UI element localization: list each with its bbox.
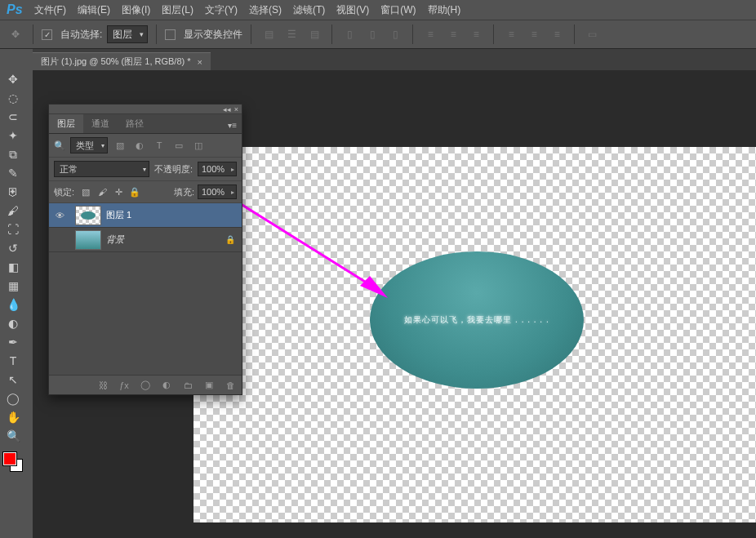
blend-mode-select[interactable]: 正常 (54, 161, 149, 177)
layer-thumb-bg[interactable] (75, 230, 101, 250)
shape-tool[interactable]: ◯ (2, 389, 24, 407)
layer-thumb-1[interactable] (75, 206, 101, 225)
dist-bottom-icon[interactable]: ≡ (467, 25, 485, 43)
filter-smart-icon[interactable]: ◫ (191, 138, 206, 153)
align-top-icon[interactable]: ▤ (260, 25, 278, 43)
zoom-tool[interactable]: 🔍 (2, 427, 24, 445)
layer-name-bg[interactable]: 背景 (106, 233, 124, 246)
menu-help[interactable]: 帮助(H) (428, 3, 461, 17)
crop-tool[interactable]: ⧉ (2, 145, 24, 163)
dodge-tool[interactable]: ◐ (2, 314, 24, 332)
layers-panel[interactable]: ◂◂ × 图层 通道 路径 ▾≡ 🔍 类型 ▧ ◐ T ▭ ◫ 正常 不透明度:… (48, 104, 242, 395)
marquee-tool[interactable]: ◌ (2, 89, 24, 107)
blur-tool[interactable]: 💧 (2, 296, 24, 313)
panel-tabs: 图层 通道 路径 ▾≡ (49, 114, 242, 134)
layer-fx-icon[interactable]: ƒx (118, 380, 131, 390)
menu-filter[interactable]: 滤镜(T) (293, 3, 325, 17)
menu-edit[interactable]: 编辑(E) (78, 3, 110, 17)
adjustment-layer-icon[interactable]: ◐ (160, 380, 173, 390)
current-tool-icon[interactable]: ✥ (7, 25, 24, 43)
dist-vcenter-icon[interactable]: ≡ (444, 25, 462, 43)
close-tab-icon[interactable]: × (198, 57, 202, 67)
path-select-tool[interactable]: ↖ (2, 371, 24, 389)
auto-select-target-select[interactable]: 图层 (107, 25, 148, 43)
layer-row-1[interactable]: 👁 图层 1 (49, 203, 242, 228)
layers-empty-area[interactable] (49, 252, 242, 375)
opacity-input[interactable]: 100% (198, 162, 237, 176)
menu-type[interactable]: 文字(Y) (205, 3, 238, 17)
lasso-tool[interactable]: ⊂ (2, 108, 24, 126)
lock-label: 锁定: (54, 186, 74, 198)
align-hcenter-icon[interactable]: ▯ (363, 25, 381, 43)
pen-tool[interactable]: ✒ (2, 333, 24, 351)
document-canvas[interactable]: 如果心可以飞，我要去哪里 . . . . . . (193, 147, 756, 522)
stamp-tool[interactable]: ⛶ (2, 220, 24, 238)
delete-layer-icon[interactable]: 🗑 (224, 380, 237, 390)
fill-input[interactable]: 100% (198, 185, 237, 199)
oval-text: 如果心可以飞，我要去哪里 . . . . . . (404, 314, 549, 326)
tab-paths[interactable]: 路径 (118, 114, 152, 133)
filter-adjust-icon[interactable]: ◐ (132, 138, 147, 153)
tab-layers[interactable]: 图层 (49, 114, 83, 133)
panel-grip[interactable]: ◂◂ × (49, 104, 242, 114)
new-group-icon[interactable]: 🗀 (181, 380, 194, 390)
show-transform-checkbox[interactable] (165, 29, 176, 40)
foreground-color-swatch[interactable] (3, 452, 16, 465)
menu-layer[interactable]: 图层(L) (162, 3, 193, 17)
move-tool[interactable]: ✥ (2, 70, 24, 88)
lock-trans-icon[interactable]: ▧ (79, 185, 92, 198)
lock-icon: 🔒 (225, 235, 235, 244)
align-vmid-icon[interactable]: ☰ (282, 25, 300, 43)
eraser-tool[interactable]: ◧ (2, 258, 24, 276)
new-layer-icon[interactable]: ▣ (202, 380, 216, 390)
menu-image[interactable]: 图像(I) (122, 3, 150, 17)
lock-paint-icon[interactable]: 🖌 (96, 185, 109, 198)
menu-file[interactable]: 文件(F) (34, 3, 66, 17)
panel-menu-icon[interactable]: ▾≡ (223, 118, 242, 133)
align-right-icon[interactable]: ▯ (386, 25, 404, 43)
patch-tool[interactable]: ⛨ (2, 183, 24, 201)
filter-kind-select[interactable]: 类型 (70, 137, 108, 153)
document-tab[interactable]: 图片 (1).jpg @ 50% (图层 1, RGB/8) * × (33, 52, 211, 70)
menu-window[interactable]: 窗口(W) (380, 3, 416, 17)
blend-opacity-row: 正常 不透明度: 100% (49, 158, 242, 181)
filter-pixel-icon[interactable]: ▧ (113, 138, 127, 153)
auto-select-checkbox[interactable]: ✓ (42, 29, 52, 40)
ps-logo: Ps (7, 2, 23, 17)
lock-pos-icon[interactable]: ✛ (112, 185, 125, 198)
close-panel-icon[interactable]: × (234, 105, 238, 113)
fill-label: 填充: (174, 186, 194, 198)
brush-tool[interactable]: 🖌 (2, 202, 24, 220)
menu-view[interactable]: 视图(V) (336, 3, 369, 17)
align-bottom-icon[interactable]: ▤ (305, 25, 323, 43)
eyedropper-tool[interactable]: ✎ (2, 164, 24, 182)
document-tab-title: 图片 (1).jpg @ 50% (图层 1, RGB/8) * (41, 56, 191, 68)
magic-wand-tool[interactable]: ✦ (2, 127, 24, 145)
dist-right-icon[interactable]: ≡ (548, 25, 566, 43)
layer-mask-icon[interactable]: ◯ (139, 380, 152, 390)
filter-shape-icon[interactable]: ▭ (171, 138, 186, 153)
auto-select-label: 自动选择: (60, 28, 102, 42)
collapse-panel-icon[interactable]: ◂◂ (223, 105, 231, 113)
lock-all-icon[interactable]: 🔒 (128, 185, 141, 198)
tab-channels[interactable]: 通道 (83, 114, 118, 133)
align-left-icon[interactable]: ▯ (340, 25, 358, 43)
auto-align-icon[interactable]: ▭ (583, 25, 601, 43)
gradient-tool[interactable]: ▦ (2, 277, 24, 295)
options-bar: ✥ ✓ 自动选择: 图层 显示变换控件 ▤ ☰ ▤ ▯ ▯ ▯ ≡ ≡ ≡ ≡ … (0, 20, 756, 49)
type-tool[interactable]: T (2, 352, 24, 370)
layer-row-bg[interactable]: 背景 🔒 (49, 228, 242, 252)
layer-visibility-1[interactable]: 👁 (49, 211, 70, 220)
history-brush-tool[interactable]: ↺ (2, 239, 24, 257)
toolbox: ✥ ◌ ⊂ ✦ ⧉ ✎ ⛨ 🖌 ⛶ ↺ ◧ ▦ 💧 ◐ ✒ T ↖ ◯ ✋ 🔍 (0, 69, 26, 474)
dist-hcenter-icon[interactable]: ≡ (525, 25, 543, 43)
dist-left-icon[interactable]: ≡ (502, 25, 520, 43)
dist-top-icon[interactable]: ≡ (421, 25, 439, 43)
color-swatches[interactable] (2, 451, 24, 474)
filter-type-icon[interactable]: T (152, 138, 167, 153)
hand-tool[interactable]: ✋ (2, 408, 24, 426)
opacity-label: 不透明度: (154, 163, 193, 176)
layer-name-1[interactable]: 图层 1 (106, 209, 131, 221)
menu-select[interactable]: 选择(S) (249, 3, 282, 17)
link-layers-icon[interactable]: ⛓ (96, 380, 109, 390)
